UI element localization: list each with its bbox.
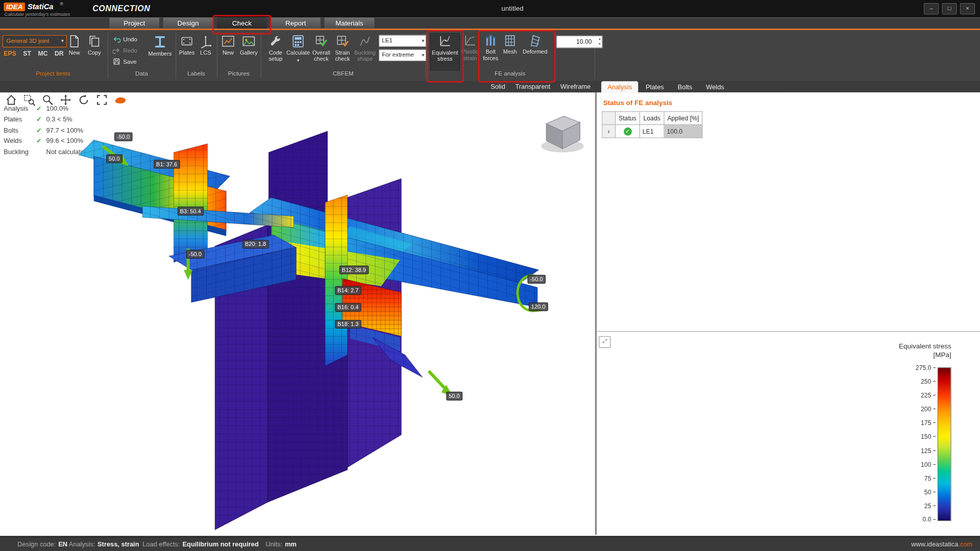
applied-cell: 100.0 [664,124,702,138]
chevron-down-icon: ▾ [61,36,64,46]
copy-project-button[interactable]: Copy [85,34,104,56]
tick-mark [933,519,936,520]
project-mode-buttons: EPSSTMCDR [4,50,63,57]
section-data: Data [108,70,176,77]
titlebar: IDEA StatiCa ® Calculate yesterday's est… [0,0,980,17]
code-setup-button[interactable]: Code setup [265,34,286,62]
header-loads: Loads [640,112,664,125]
deformation-scale-spinner[interactable]: 10.00 ▴▾ [556,36,603,48]
buckling-shape-button[interactable]: Buckling shape [353,34,377,62]
tick-mark [933,492,936,492]
lcs-label: LCS [200,50,211,56]
strain-chart-icon [462,33,477,48]
legend-tick: 125 [877,447,936,455]
axes-icon [198,34,213,48]
maximize-button[interactable]: □ [942,3,957,14]
website-link[interactable]: www.ideastatica.com [911,540,972,548]
bolt-forces-button[interactable]: Bolt forces [481,33,500,61]
minimize-button[interactable]: – [924,3,939,14]
table-header-row: Status Loads Applied [%] [602,112,702,125]
mode-mc[interactable]: MC [38,50,47,57]
left-beam-member[interactable] [79,140,230,262]
deformed-label: Deformed [523,49,547,56]
overall-check-label: Overall check [311,50,332,62]
units-value: mm [285,540,297,548]
mode-dr[interactable]: DR [55,50,64,57]
tab-bolts[interactable]: Bolts [671,81,698,92]
legend-tick: 150 [877,433,936,440]
fe-model-render[interactable] [0,92,595,535]
tick-mark [933,506,936,506]
picture-new-button[interactable]: New [219,34,237,56]
tab-analysis[interactable]: Analysis [601,81,638,92]
tick-mark [933,395,936,395]
redo-icon [112,46,120,55]
spinner-arrows[interactable]: ▴▾ [599,36,600,46]
new-document-icon [67,34,82,48]
plates-label: Plates [179,50,195,56]
tab-plates[interactable]: Plates [640,81,670,92]
tab-report[interactable]: Report [271,17,321,29]
gallery-button[interactable]: Gallery [239,34,259,56]
redo-button[interactable]: Redo [112,46,137,55]
members-button[interactable]: Members [145,34,174,57]
splitter-button[interactable]: ⤢ [599,336,610,348]
spin-down-icon[interactable]: ▾ [599,41,600,46]
ribbon-tabs: ProjectDesignCheckReportMaterials [109,17,374,29]
tick-label: 125 [921,447,931,454]
plates-labels-button[interactable]: Plates [178,34,195,56]
view-mode-solid[interactable]: Solid [491,83,505,90]
undo-label: Undo [123,36,137,42]
analysis-item: Analysis:Stress, strain [69,540,139,548]
table-row[interactable]: › ✓ LE1 100.0 [602,124,702,138]
joint-type-dropdown[interactable]: General 3D joint ▾ [3,35,67,47]
strain-check-label: Strain check [333,50,352,62]
new-project-button[interactable]: New [65,34,84,56]
tab-design[interactable]: Design [163,17,213,29]
tab-welds[interactable]: Welds [700,81,730,92]
save-button[interactable]: Save [112,58,136,66]
tab-project[interactable]: Project [109,17,159,29]
mode-st[interactable]: ST [23,50,31,57]
overall-check-button[interactable]: Overall check [311,34,332,62]
equivalent-stress-button[interactable]: Equivalent stress [430,33,460,70]
analysis-value: Stress, strain [97,540,139,548]
section-cbfem: CBFEM [261,70,426,77]
legend-tick: 75 [877,474,936,482]
row-expander[interactable]: › [602,124,616,138]
mode-eps[interactable]: EPS [4,50,16,57]
calculate-label: Calculate [286,50,310,56]
app-window: IDEA StatiCa ® Calculate yesterday's est… [0,0,980,551]
model-viewport[interactable]: Analysis✓100.0%Plates✓0.3 < 5%Bolts✓97.7… [0,92,597,535]
plastic-strain-button[interactable]: Plastic strain [460,33,479,61]
legend-tick: 250 [877,378,936,385]
extreme-dropdown[interactable]: For extreme ▾ [379,49,426,61]
mesh-button[interactable]: Mesh [501,33,519,55]
view-mode-transparent[interactable]: Transparent [515,83,550,90]
window-controls: – □ × [924,3,975,14]
lcs-button[interactable]: LCS [197,34,214,56]
status-ok-icon: ✓ [623,127,631,135]
tick-mark [933,464,936,464]
deformed-button[interactable]: Deformed [521,33,549,55]
close-button[interactable]: × [960,3,975,14]
tab-check[interactable]: Check [217,17,267,29]
tab-materials[interactable]: Materials [325,17,375,29]
column-member[interactable] [215,131,401,530]
calculate-button[interactable]: Calculate ▾ [287,34,309,63]
strain-check-button[interactable]: Strain check [333,34,352,62]
section-pictures: Pictures [217,70,261,77]
calculator-icon [290,34,305,48]
gallery-icon [241,34,256,48]
ribbon: General 3D joint ▾ EPSSTMCDR New Copy Pr… [0,30,980,82]
view-mode-wireframe[interactable]: Wireframe [560,83,591,90]
deformed-icon [527,33,542,48]
load-case-dropdown[interactable]: LE1 ▾ [379,35,426,47]
section-fe-analysis: FE analysis [426,70,595,77]
spin-up-icon[interactable]: ▴ [599,36,600,41]
undo-button[interactable]: Undo [112,35,137,43]
navigation-cube[interactable] [541,116,583,153]
extreme-value: For extreme [382,51,414,58]
plate-icon [179,34,194,48]
tagline: Calculate yesterday's estimates [5,11,70,17]
